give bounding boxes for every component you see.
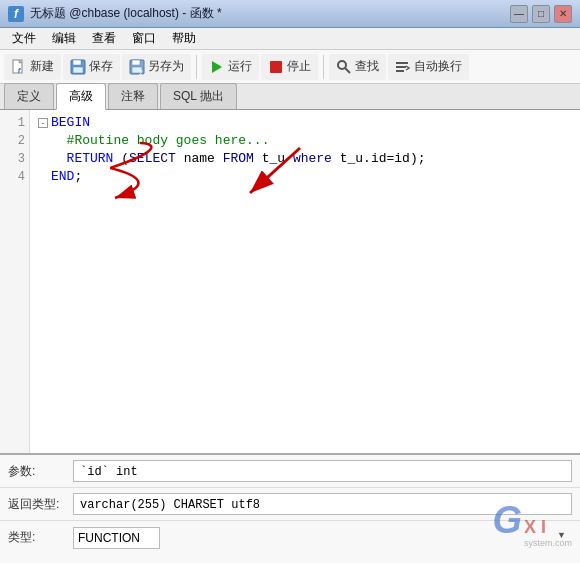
code-line-3: RETURN (SELECT name FROM t_u where t_u.i… (38, 150, 572, 168)
save-icon (70, 59, 86, 75)
svg-rect-4 (73, 60, 81, 65)
line-num-1: 1 (0, 114, 25, 132)
svg-text:2: 2 (139, 69, 143, 75)
menu-view[interactable]: 查看 (84, 28, 124, 49)
code-select-keyword: SELECT (129, 150, 176, 168)
param-row: 参数: `id` int (0, 455, 580, 488)
code-line3-indent (51, 150, 67, 168)
new-button[interactable]: f 新建 (4, 54, 61, 80)
tab-sql[interactable]: SQL 抛出 (160, 83, 237, 109)
stop-button[interactable]: 停止 (261, 54, 318, 80)
new-label: 新建 (30, 58, 54, 75)
svg-marker-10 (212, 61, 222, 73)
svg-rect-14 (396, 62, 408, 64)
line-num-4: 4 (0, 168, 25, 186)
tab-define[interactable]: 定义 (4, 83, 54, 109)
find-label: 查找 (355, 58, 379, 75)
new-icon: f (11, 59, 27, 75)
code-line-4: END; (38, 168, 572, 186)
param-label: 参数: (8, 463, 73, 480)
watermark-g: G (492, 499, 522, 542)
save-label: 保存 (89, 58, 113, 75)
run-label: 运行 (228, 58, 252, 75)
code-from-keyword: FROM (223, 150, 254, 168)
code-line-2: #Routine body goes here... (38, 132, 572, 150)
code-editor[interactable]: -BEGIN #Routine body goes here... RETURN… (30, 110, 580, 453)
svg-rect-7 (132, 60, 140, 65)
menu-edit[interactable]: 编辑 (44, 28, 84, 49)
tab-bar: 定义 高级 注释 SQL 抛出 (0, 84, 580, 110)
svg-rect-5 (73, 67, 83, 73)
code-begin-keyword: BEGIN (51, 114, 90, 132)
close-button[interactable]: ✕ (554, 5, 572, 23)
type-select[interactable]: FUNCTION PROCEDURE (73, 527, 160, 549)
svg-point-12 (338, 61, 346, 69)
find-button[interactable]: 查找 (329, 54, 386, 80)
stop-icon (268, 59, 284, 75)
param-value: `id` int (73, 460, 572, 482)
maximize-button[interactable]: □ (532, 5, 550, 23)
run-icon (209, 59, 225, 75)
code-comment: #Routine body goes here... (51, 132, 269, 150)
menu-bar: 文件 编辑 查看 窗口 帮助 (0, 28, 580, 50)
tab-comment[interactable]: 注释 (108, 83, 158, 109)
svg-rect-16 (396, 70, 404, 72)
svg-line-13 (345, 68, 350, 73)
return-type-label: 返回类型: (8, 496, 73, 513)
line-num-2: 2 (0, 132, 25, 150)
run-button[interactable]: 运行 (202, 54, 259, 80)
menu-window[interactable]: 窗口 (124, 28, 164, 49)
watermark-site: system.com (524, 538, 572, 548)
minimize-button[interactable]: — (510, 5, 528, 23)
type-label: 类型: (8, 529, 73, 546)
menu-file[interactable]: 文件 (4, 28, 44, 49)
svg-rect-15 (396, 66, 406, 68)
save-button[interactable]: 保存 (63, 54, 120, 80)
autowrap-label: 自动换行 (414, 58, 462, 75)
code-end-keyword: END (51, 168, 74, 186)
toolbar: f 新建 保存 2 另存为 (0, 50, 580, 84)
window-controls: — □ ✕ (510, 5, 572, 23)
title-bar: f 无标题 @chbase (localhost) - 函数 * — □ ✕ (0, 0, 580, 28)
autowrap-button[interactable]: 自动换行 (388, 54, 469, 80)
main-content: 1 2 3 4 -BEGIN #Routine body goes here..… (0, 110, 580, 453)
tab-advanced[interactable]: 高级 (56, 83, 106, 110)
window-title: 无标题 @chbase (localhost) - 函数 * (30, 5, 222, 22)
code-return-keyword: RETURN (67, 150, 114, 168)
saveas-icon: 2 (129, 59, 145, 75)
saveas-button[interactable]: 2 另存为 (122, 54, 191, 80)
stop-label: 停止 (287, 58, 311, 75)
code-where-keyword: where (293, 150, 332, 168)
line-num-3: 3 (0, 150, 25, 168)
svg-rect-11 (270, 61, 282, 73)
watermark: G X I system.com (492, 499, 572, 548)
find-icon (336, 59, 352, 75)
menu-help[interactable]: 帮助 (164, 28, 204, 49)
saveas-label: 另存为 (148, 58, 184, 75)
app-icon: f (8, 6, 24, 22)
collapse-icon[interactable]: - (38, 118, 48, 128)
line-numbers: 1 2 3 4 (0, 110, 30, 453)
watermark-xi: X I (524, 517, 546, 538)
autowrap-icon (395, 59, 411, 75)
code-line-1: -BEGIN (38, 114, 572, 132)
